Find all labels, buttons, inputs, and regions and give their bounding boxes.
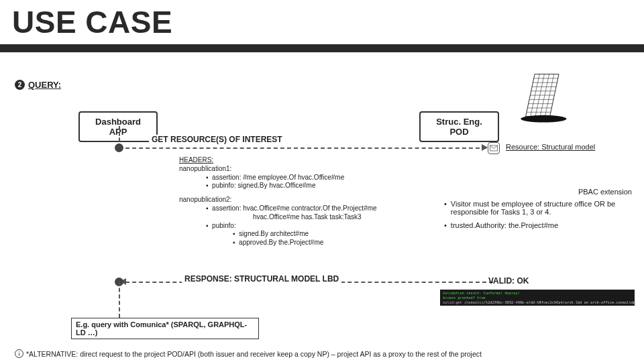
pod-box: Struc. Eng. POD xyxy=(419,111,499,142)
step-number: 2 xyxy=(15,80,25,90)
footnote: i *ALTERNATIVE: direct request to the pr… xyxy=(15,349,482,358)
flow-line xyxy=(119,282,120,318)
valid-label: VALID: OK xyxy=(488,276,529,286)
response-label: RESPONSE: STRUCTURAL MODEL LBD xyxy=(182,274,341,284)
pbac-block: PBAC extension •Visitor must be employee… xyxy=(444,188,632,235)
step-label: QUERY: xyxy=(28,80,61,90)
dashboard-box: Dashboard APP xyxy=(78,111,158,142)
page-title: USE CASE xyxy=(12,4,172,40)
info-icon: i xyxy=(15,349,23,358)
terminal-output: Validation result: Conforms! Hooray! Acc… xyxy=(440,290,635,306)
envelope-icon xyxy=(488,142,500,154)
headers-block: HEADERS: nanopublication1: ▪ assertion: … xyxy=(179,156,427,247)
arrow-icon xyxy=(482,144,488,151)
svg-point-14 xyxy=(521,115,566,123)
flow-dot xyxy=(115,143,123,152)
flow-line-get xyxy=(119,147,493,149)
resource-label: Resource: Structural model xyxy=(506,143,595,151)
get-label: GET RESOURCE(S) OF INTEREST xyxy=(149,135,285,144)
building-icon xyxy=(510,72,570,127)
comunica-box: E.g. query with Comunica* (SPARQL, GRAPH… xyxy=(71,318,259,339)
